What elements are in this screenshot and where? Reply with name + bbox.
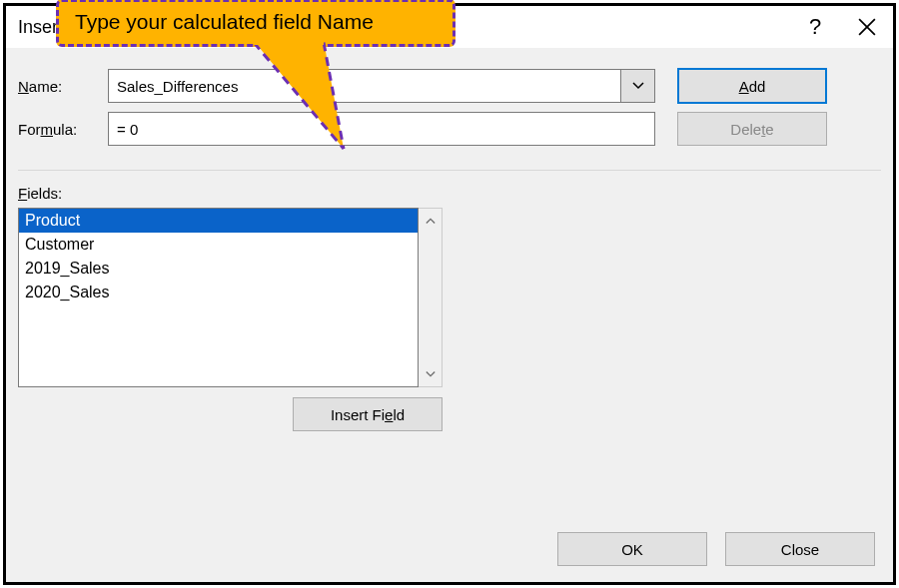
- scroll-down-button[interactable]: [419, 362, 442, 386]
- name-label: Name:: [18, 78, 108, 95]
- chevron-down-icon: [632, 82, 644, 90]
- title-controls: ?: [789, 6, 893, 48]
- annotation-callout: Type your calculated field Name: [56, 0, 455, 47]
- footer-buttons: OK Close: [557, 532, 875, 566]
- fields-box: Product Customer 2019_Sales 2020_Sales: [18, 208, 443, 387]
- list-item[interactable]: Customer: [19, 233, 418, 257]
- fields-scrollbar[interactable]: [419, 208, 443, 387]
- close-icon: [858, 18, 876, 36]
- list-item[interactable]: 2020_Sales: [19, 281, 418, 304]
- chevron-down-icon: [426, 370, 436, 378]
- add-button-wrap: Add: [677, 68, 827, 104]
- callout-box: Type your calculated field Name: [56, 0, 455, 47]
- name-input[interactable]: [108, 69, 621, 103]
- delete-button: Delete: [677, 112, 827, 146]
- formula-label: Formula:: [18, 121, 108, 138]
- formula-row: Formula: Delete: [18, 112, 881, 146]
- close-dialog-button[interactable]: Close: [725, 532, 875, 566]
- callout-text: Type your calculated field Name: [75, 10, 374, 33]
- name-input-group: [108, 69, 655, 103]
- dialog-window: Insert Calculated Field ? Name:: [3, 3, 896, 585]
- fields-label: Fields:: [18, 185, 881, 202]
- chevron-up-icon: [426, 217, 436, 225]
- insert-field-button[interactable]: Insert Field: [293, 397, 443, 431]
- name-dropdown-button[interactable]: [621, 69, 655, 103]
- name-row: Name: Add: [18, 68, 881, 104]
- delete-button-wrap: Delete: [677, 112, 827, 146]
- ok-button[interactable]: OK: [557, 532, 707, 566]
- close-button[interactable]: [841, 6, 893, 48]
- help-button[interactable]: ?: [789, 6, 841, 48]
- dialog-body: Name: Add Formula: Delete: [6, 48, 893, 582]
- list-item[interactable]: Product: [19, 209, 418, 233]
- list-item[interactable]: 2019_Sales: [19, 257, 418, 281]
- insert-field-row: Insert Field: [18, 397, 443, 431]
- divider: [18, 170, 881, 171]
- add-button[interactable]: Add: [677, 68, 827, 104]
- help-icon: ?: [809, 14, 821, 40]
- formula-input[interactable]: [108, 112, 655, 146]
- scroll-up-button[interactable]: [419, 209, 442, 233]
- fields-list[interactable]: Product Customer 2019_Sales 2020_Sales: [18, 208, 419, 387]
